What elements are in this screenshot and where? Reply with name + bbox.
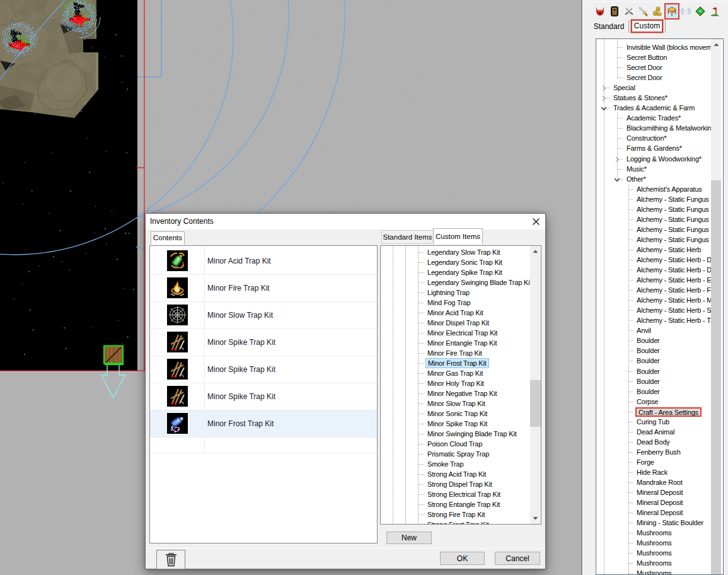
palette-tree-row[interactable]: Dead Animal xyxy=(596,427,713,437)
palette-tree-row[interactable]: Statues & Stones* xyxy=(596,93,713,103)
palette-tree-row[interactable]: Alchemist's Apparatus xyxy=(596,184,713,194)
palette-tree-row[interactable]: Blacksmithing & Metalworking* xyxy=(596,123,713,133)
palette-tree-row[interactable]: Mineral Deposit xyxy=(596,497,713,508)
palette-tree-row[interactable]: Hide Rack xyxy=(596,467,713,477)
palette-tree-row[interactable]: Farms & Gardens* xyxy=(596,143,713,153)
item-tree-row[interactable]: Strong Frost Trap Kit xyxy=(381,520,530,525)
palette-tree-row[interactable]: Forge xyxy=(596,457,713,467)
selected-placeable-crate[interactable] xyxy=(104,346,124,364)
palette-tree-row[interactable]: Mining - Static Boulder xyxy=(596,518,713,528)
palette-tree-row[interactable]: Music* xyxy=(596,164,713,174)
chevron-down-icon[interactable] xyxy=(601,105,607,111)
palette-tree-row[interactable]: Alchemy - Static Fungus xyxy=(596,194,713,204)
item-tree-row[interactable]: Poison Cloud Trap xyxy=(381,439,530,449)
palette-tree-row[interactable]: Alchemy - Static Herb - D xyxy=(596,265,713,275)
palette-tree-row[interactable]: Alchemy - Static Fungus - D xyxy=(596,214,713,224)
palette-tree-row[interactable]: Boulder xyxy=(596,386,713,397)
palette-tree-row[interactable]: Secret Door xyxy=(596,73,713,83)
scroll-up-button[interactable] xyxy=(530,246,541,257)
item-tree-row[interactable]: Minor Gas Trap Kit xyxy=(381,368,530,378)
chevron-right-icon[interactable] xyxy=(601,95,607,101)
dialog-titlebar[interactable]: Inventory Contents xyxy=(146,214,545,229)
sound-tool-button[interactable] xyxy=(681,6,691,16)
trigger-tool-button[interactable] xyxy=(695,6,705,16)
inventory-list[interactable]: Minor Acid Trap Kit Minor Fire Trap Kit … xyxy=(149,245,378,543)
inventory-row[interactable]: Minor Fire Trap Kit xyxy=(150,275,377,302)
item-tree-row[interactable]: Minor Slow Trap Kit xyxy=(381,398,530,409)
palette-tree[interactable]: Invisible Wall (blocks movement)Secret B… xyxy=(596,38,724,575)
inventory-row[interactable]: Minor Spike Trap Kit xyxy=(150,329,377,356)
palette-tree-row[interactable]: Alchemy - Static Herb - Fi xyxy=(596,285,713,295)
cancel-button[interactable]: Cancel xyxy=(495,552,540,565)
item-tree-row[interactable]: Minor Entangle Trap Kit xyxy=(381,338,530,348)
inventory-row[interactable]: Minor Slow Trap Kit xyxy=(150,302,377,329)
palette-tree-row[interactable]: Alchemy - Static Herb - D xyxy=(596,255,713,265)
item-tree-row[interactable]: Strong Electrical Trap Kit xyxy=(381,489,530,499)
creature-tool-button[interactable] xyxy=(595,6,605,16)
scroll-up-button[interactable] xyxy=(711,39,721,50)
tab-standard-items[interactable]: Standard Items xyxy=(381,230,434,244)
palette-tree-row[interactable]: Mushrooms xyxy=(596,558,713,568)
palette-tree-row[interactable]: Invisible Wall (blocks movement) xyxy=(596,42,713,52)
item-tree-row[interactable]: Minor Acid Trap Kit xyxy=(381,308,530,318)
scrollbar-thumb[interactable] xyxy=(711,180,721,575)
palette-tree-row[interactable]: Other* xyxy=(596,174,713,184)
item-tree-row[interactable]: Minor Negative Trap Kit xyxy=(381,388,530,398)
palette-tree-row[interactable]: Alchemy - Static Fungus - G xyxy=(596,224,713,235)
palette-tree-row[interactable]: Corpse xyxy=(596,397,713,407)
palette-tree-row[interactable]: Mineral Deposit xyxy=(596,487,713,497)
palette-tree-row[interactable]: Mineral Deposit xyxy=(596,508,713,518)
palette-scrollbar[interactable] xyxy=(711,39,721,574)
palette-tree-row[interactable]: Alchemy - Static Fungus - S xyxy=(596,235,713,245)
palette-tree-row[interactable]: Alchemy - Static Herb - E. xyxy=(596,275,713,285)
palette-tab-custom[interactable]: Custom xyxy=(631,20,663,33)
store-tool-button[interactable] xyxy=(652,6,662,16)
palette-tree-row[interactable]: Boulder xyxy=(596,366,713,376)
palette-tree-row[interactable]: Mushrooms xyxy=(596,538,713,548)
item-tree-row[interactable]: Strong Fire Trap Kit xyxy=(381,509,530,520)
inventory-row[interactable]: Minor Spike Trap Kit xyxy=(150,383,377,410)
chevron-down-icon[interactable] xyxy=(614,176,620,182)
item-tree-row[interactable]: Minor Spike Trap Kit xyxy=(381,419,530,429)
item-tree-row[interactable]: Minor Dispel Trap Kit xyxy=(381,318,530,328)
palette-tree-row[interactable]: Boulder xyxy=(596,346,713,356)
close-button[interactable] xyxy=(530,216,541,227)
chevron-right-icon[interactable] xyxy=(601,84,607,91)
palette-tree-row[interactable]: Trades & Academic & Farm xyxy=(596,103,713,113)
palette-tree-row[interactable]: Secret Door xyxy=(596,62,713,73)
encounter-tool-button[interactable] xyxy=(624,6,634,16)
item-tree-row[interactable]: Legendary Sonic Trap Kit xyxy=(381,257,530,267)
item-tree-row[interactable]: Minor Holy Trap Kit xyxy=(381,378,530,388)
palette-tree-row[interactable]: Dead Body xyxy=(596,437,713,447)
palette-tree-row[interactable]: Alchemy - Static Herb - Su xyxy=(596,305,713,315)
palette-tree-row[interactable]: Alchemy - Static Herb - Tr xyxy=(596,315,713,325)
item-tree-row[interactable]: Strong Entangle Trap Kit xyxy=(381,499,530,509)
palette-tree-row[interactable]: Anvil xyxy=(596,325,713,335)
item-tree-row[interactable]: Smoke Trap xyxy=(381,459,530,469)
inventory-row[interactable]: Minor Spike Trap Kit xyxy=(150,356,377,383)
palette-tree-row[interactable]: Boulder xyxy=(596,335,713,346)
scroll-down-button[interactable] xyxy=(530,513,541,524)
palette-tree-row[interactable]: Alchemy - Static Herb xyxy=(596,245,713,255)
palette-tree-row[interactable]: Mushrooms xyxy=(596,548,713,558)
palette-tree-row[interactable]: Mushrooms xyxy=(596,528,713,538)
palette-tree-row[interactable]: Craft - Area Settings xyxy=(596,407,713,417)
palette-tree-row[interactable]: Academic Trades* xyxy=(596,113,713,123)
palette-tree-row[interactable]: Alchemy - Static Herb - M xyxy=(596,295,713,305)
item-tree-row[interactable]: Legendary Slow Trap Kit xyxy=(381,247,530,257)
tab-custom-items[interactable]: Custom Items xyxy=(433,228,483,244)
inventory-row[interactable]: Minor Frost Trap Kit xyxy=(150,410,377,438)
palette-tree-row[interactable]: Secret Button xyxy=(596,52,713,62)
chevron-right-icon[interactable] xyxy=(614,156,620,162)
palette-tree-row[interactable]: Boulder xyxy=(596,356,713,366)
placeable-tool-button[interactable] xyxy=(667,6,677,16)
item-tree-row[interactable]: Prismatic Spray Trap xyxy=(381,449,530,459)
palette-tree-row[interactable]: Construction* xyxy=(596,133,713,143)
item-tool-button[interactable] xyxy=(638,6,648,16)
palette-tree-row[interactable]: Special xyxy=(596,83,713,93)
door-tool-button[interactable] xyxy=(610,6,620,16)
palette-tree-row[interactable]: Curing Tub xyxy=(596,417,713,427)
item-tree-row[interactable]: Mind Fog Trap xyxy=(381,298,530,308)
inventory-row[interactable]: Minor Acid Trap Kit xyxy=(150,248,377,275)
waypoint-tool-button[interactable] xyxy=(710,6,720,16)
